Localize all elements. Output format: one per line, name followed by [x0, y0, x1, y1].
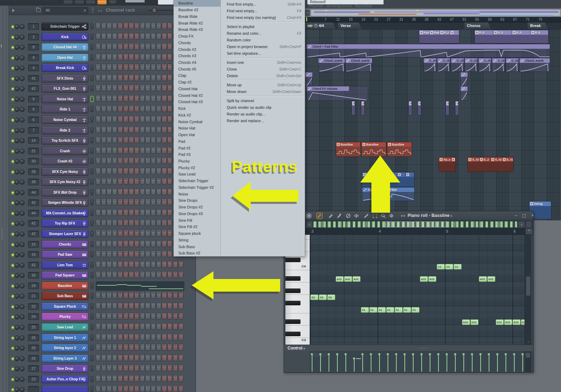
- step-button[interactable]: [124, 199, 128, 205]
- channel-mute[interactable]: [91, 117, 93, 122]
- step-button[interactable]: [162, 85, 166, 91]
- step-button[interactable]: [167, 271, 172, 278]
- bassline-clip[interactable]: Bassline: [336, 142, 361, 157]
- step-button[interactable]: [107, 375, 111, 382]
- scroll-down-button[interactable]: ⌄: [525, 339, 532, 345]
- pattern-item[interactable]: Clap: [174, 72, 220, 79]
- step-button[interactable]: [145, 354, 150, 361]
- pattern-item[interactable]: Sine Drops: [174, 197, 220, 204]
- pattern-item[interactable]: Bassline: [174, 0, 220, 7]
- channel-mute[interactable]: [91, 127, 93, 133]
- step-button[interactable]: [124, 85, 128, 91]
- step-button[interactable]: [173, 271, 178, 278]
- channel-mute[interactable]: [91, 34, 93, 40]
- step-button[interactable]: [145, 261, 150, 268]
- channel-mute[interactable]: [91, 386, 93, 392]
- scroll-left-button[interactable]: ‹: [306, 221, 312, 227]
- step-button[interactable]: [118, 344, 123, 351]
- step-button[interactable]: [151, 74, 156, 81]
- step-button[interactable]: [96, 240, 100, 247]
- step-button[interactable]: [96, 147, 100, 154]
- velocity-stem[interactable]: [413, 354, 414, 372]
- step-button[interactable]: [151, 251, 156, 257]
- step-button[interactable]: [124, 313, 128, 319]
- channel-button[interactable]: Plucky: [41, 313, 88, 321]
- step-button[interactable]: [157, 375, 161, 382]
- step-button[interactable]: [112, 334, 117, 340]
- channel-volume-knob[interactable]: [20, 180, 25, 185]
- step-button[interactable]: [173, 323, 178, 330]
- knife-icon[interactable]: [363, 213, 370, 219]
- channel-volume-knob[interactable]: [20, 200, 25, 205]
- step-button[interactable]: [101, 365, 106, 371]
- step-button[interactable]: [151, 313, 156, 319]
- channel-mute[interactable]: [91, 210, 93, 216]
- velocity-stem-handle[interactable]: [446, 353, 448, 356]
- scroll-up-button[interactable]: ⌃: [526, 228, 533, 234]
- piano-roll-note[interactable]: F3: [369, 307, 377, 313]
- step-button[interactable]: [118, 64, 123, 71]
- step-button[interactable]: [167, 365, 172, 371]
- step-button[interactable]: [112, 126, 117, 133]
- step-button[interactable]: [167, 313, 172, 319]
- menu-item[interactable]: Find next empty...F4: [221, 7, 305, 14]
- channel-mute[interactable]: [91, 314, 93, 319]
- step-button[interactable]: [101, 178, 106, 185]
- channel-pan-knob[interactable]: [14, 232, 19, 237]
- step-button[interactable]: [124, 354, 128, 361]
- step-button[interactable]: [145, 240, 150, 247]
- step-button[interactable]: [118, 126, 123, 133]
- step-button[interactable]: [96, 64, 100, 71]
- pattern-clip[interactable]: PadPadP..2: [419, 30, 460, 44]
- step-button[interactable]: [151, 365, 156, 371]
- slider-thumb[interactable]: [152, 8, 157, 13]
- channel-volume-knob[interactable]: [20, 314, 25, 319]
- step-button[interactable]: [107, 74, 111, 81]
- step-button[interactable]: [173, 344, 178, 351]
- step-button[interactable]: [145, 85, 150, 91]
- step-button[interactable]: [107, 33, 111, 40]
- channel-mute[interactable]: [91, 293, 93, 299]
- playlist-minimap[interactable]: ‹: [305, 8, 561, 17]
- channel-selector[interactable]: 39: [28, 168, 39, 175]
- step-button[interactable]: [101, 323, 106, 330]
- step-button[interactable]: [140, 168, 145, 174]
- step-button[interactable]: [96, 251, 100, 257]
- step-button[interactable]: [140, 323, 145, 330]
- step-button[interactable]: [134, 64, 139, 71]
- piano-roll-note[interactable]: D#3: [470, 319, 478, 325]
- channel-volume-knob[interactable]: [20, 252, 25, 257]
- step-button[interactable]: [101, 240, 106, 247]
- step-button[interactable]: [124, 219, 128, 226]
- step-button[interactable]: [157, 43, 161, 50]
- step-button[interactable]: [162, 64, 166, 71]
- velocity-stem-handle[interactable]: [513, 353, 515, 356]
- step-button[interactable]: [157, 95, 161, 102]
- lane-divider[interactable]: [284, 345, 533, 351]
- channel-selector[interactable]: 42: [28, 220, 39, 227]
- menu-item[interactable]: Split by channel: [221, 97, 305, 104]
- channel-pan-knob[interactable]: [14, 128, 19, 133]
- step-button[interactable]: [167, 188, 172, 195]
- channel-pan-knob[interactable]: [14, 335, 19, 340]
- step-button[interactable]: [96, 313, 100, 319]
- channel-volume-knob[interactable]: [20, 138, 25, 143]
- step-button[interactable]: [145, 344, 150, 351]
- step-button[interactable]: [162, 209, 166, 216]
- step-button[interactable]: [112, 178, 117, 185]
- step-button[interactable]: [151, 209, 156, 216]
- menu-item[interactable]: Find first empty...Shift+F4: [221, 1, 305, 7]
- channel-led[interactable]: [12, 274, 14, 277]
- channel-pan-knob[interactable]: [14, 45, 19, 50]
- step-button[interactable]: [107, 230, 111, 237]
- step-button[interactable]: [134, 126, 139, 133]
- channel-button[interactable]: Crash #2: [41, 157, 88, 165]
- automation-clip[interactable]: C..rb: [506, 58, 519, 72]
- step-button[interactable]: [96, 95, 100, 102]
- channel-led[interactable]: [12, 347, 14, 350]
- step-button[interactable]: [124, 168, 128, 174]
- step-button[interactable]: [101, 74, 106, 81]
- step-button[interactable]: [107, 199, 111, 205]
- step-button[interactable]: [96, 209, 100, 216]
- pattern-clip[interactable]: [455, 101, 459, 115]
